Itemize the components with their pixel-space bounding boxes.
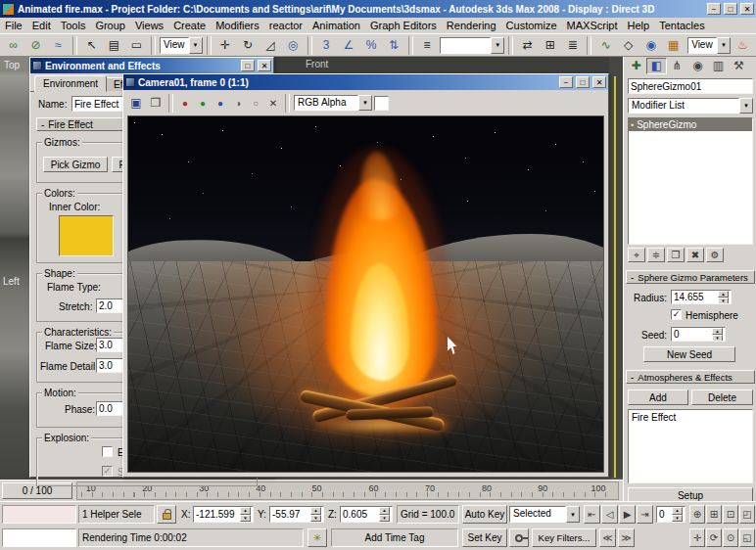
menu-graph-editors[interactable]: Graph Editors	[365, 19, 442, 32]
menu-create[interactable]: Create	[168, 19, 211, 32]
new-seed-button[interactable]: New Seed	[643, 346, 735, 362]
hierarchy-tab-icon[interactable]: ⋔	[667, 58, 687, 73]
select-object-icon[interactable]: ↖	[81, 36, 102, 55]
zoom-all-icon[interactable]: ⊞	[706, 505, 722, 524]
z-spinner[interactable]	[379, 507, 390, 522]
render-setup-icon[interactable]: ▦	[663, 36, 684, 55]
title-bar[interactable]: Animated fire.max - Project Folder: C:\D…	[0, 0, 756, 18]
dialog-close-button[interactable]: ✕	[258, 60, 271, 71]
effects-list[interactable]: Fire Effect	[628, 409, 753, 483]
select-by-name-icon[interactable]: ▤	[104, 36, 124, 55]
spinner-snap-icon[interactable]: ⇅	[384, 36, 404, 55]
quick-render-icon[interactable]: ♨	[732, 36, 753, 55]
y-spinner[interactable]	[310, 507, 321, 522]
set-key-mode-button[interactable]: Set Key	[462, 528, 507, 547]
maximize-button[interactable]: □	[724, 3, 737, 15]
menu-customize[interactable]: Customize	[501, 19, 562, 32]
set-keys-button[interactable]	[509, 528, 529, 547]
named-selection-sets-combo[interactable]	[440, 37, 505, 54]
dropdown-arrow-icon[interactable]	[491, 37, 504, 54]
bind-to-spacewarp-icon[interactable]: ≈	[48, 36, 69, 55]
mirror-icon[interactable]: ⇄	[517, 36, 538, 55]
menu-animation[interactable]: Animation	[307, 19, 365, 32]
arc-rotate-icon[interactable]: ⟳	[706, 528, 722, 547]
dialog-maximize-button[interactable]: □	[241, 60, 255, 71]
previous-frame-icon[interactable]: ◁	[601, 505, 618, 524]
menu-maxscript[interactable]: MAXScript	[562, 19, 623, 32]
green-channel-icon[interactable]: ●	[195, 95, 211, 112]
explosion-checkbox[interactable]	[102, 446, 113, 457]
monochrome-channel-icon[interactable]: ◑	[230, 95, 246, 112]
select-and-link-icon[interactable]: ∞	[3, 36, 24, 55]
radius-field[interactable]: 14.655	[671, 290, 732, 304]
effects-list-item[interactable]: Fire Effect	[629, 410, 752, 425]
zoom-icon[interactable]: ⊕	[689, 505, 705, 524]
current-frame-field[interactable]: 0	[656, 506, 685, 523]
curve-editor-icon[interactable]: ∿	[595, 36, 616, 55]
add-time-tag[interactable]: Add Time Tag	[331, 528, 458, 547]
object-name-field[interactable]: SphereGizmo01	[628, 78, 753, 94]
previous-key-icon[interactable]: ≪	[599, 528, 616, 547]
menu-views[interactable]: Views	[130, 19, 168, 32]
select-and-move-icon[interactable]: ✛	[215, 36, 236, 55]
communication-center-icon[interactable]: ✳	[307, 528, 327, 547]
angle-snap-icon[interactable]: ∠	[339, 36, 359, 55]
go-to-end-icon[interactable]: ⇥	[637, 505, 653, 524]
maximize-viewport-toggle-icon[interactable]: ◱	[739, 528, 755, 547]
z-coordinate-field[interactable]: 0.605	[340, 506, 393, 523]
x-spinner[interactable]	[240, 507, 251, 522]
modifier-list-combo[interactable]: Modifier List	[628, 98, 753, 114]
environment-dialog-titlebar[interactable]: Environment and Effects □ ✕	[30, 58, 273, 73]
modifier-stack-list[interactable]: • SphereGizmo	[628, 117, 753, 245]
menu-help[interactable]: Help	[623, 19, 655, 32]
pin-stack-icon[interactable]: ⌖	[628, 248, 645, 262]
alpha-channel-icon[interactable]: ○	[248, 95, 263, 112]
render-close-button[interactable]: ✕	[592, 76, 606, 88]
save-bitmap-icon[interactable]: ▣	[127, 95, 145, 112]
rectangular-selection-region-icon[interactable]: ▭	[126, 36, 147, 55]
red-channel-icon[interactable]: ●	[177, 95, 193, 112]
go-to-start-icon[interactable]: ⇤	[584, 505, 600, 524]
tab-environment[interactable]: Environment	[34, 75, 107, 92]
schematic-view-icon[interactable]: ◇	[618, 36, 638, 55]
radius-spinner[interactable]	[718, 291, 729, 303]
menu-group[interactable]: Group	[90, 19, 130, 32]
sphere-gizmo-rollout-header[interactable]: - Sphere Gizmo Parameters	[626, 270, 755, 284]
menu-tentacles[interactable]: Tentacles	[654, 19, 709, 32]
pick-gizmo-button[interactable]: Pick Gizmo	[43, 157, 108, 172]
create-tab-icon[interactable]: ✚	[626, 58, 646, 73]
frame-spinner[interactable]	[672, 507, 683, 522]
display-tab-icon[interactable]: ▥	[708, 58, 729, 73]
motion-tab-icon[interactable]: ◉	[687, 58, 708, 73]
selection-filter-combo[interactable]: View	[160, 37, 203, 54]
percent-snap-icon[interactable]: %	[361, 36, 382, 55]
align-icon[interactable]: ⊞	[540, 36, 560, 55]
next-key-icon[interactable]: ≫	[618, 528, 635, 547]
configure-modifier-sets-icon[interactable]: ⚙	[706, 248, 724, 262]
smoke-checkbox[interactable]: ✓	[102, 466, 113, 477]
maxscript-mini-listener-bottom[interactable]	[2, 528, 76, 547]
inner-color-swatch[interactable]	[59, 215, 114, 256]
dropdown-arrow-icon[interactable]	[358, 95, 372, 111]
background-color-swatch[interactable]	[374, 96, 389, 111]
seed-spinner[interactable]	[712, 328, 723, 341]
material-editor-icon[interactable]: ◉	[640, 36, 661, 55]
select-and-rotate-icon[interactable]: ↻	[238, 36, 259, 55]
show-end-result-icon[interactable]: ≑	[647, 248, 665, 262]
blue-channel-icon[interactable]: ●	[213, 95, 228, 112]
zoom-extents-icon[interactable]: ⊡	[723, 505, 738, 524]
menu-modifiers[interactable]: Modifiers	[211, 19, 264, 32]
close-button[interactable]: ✕	[740, 3, 754, 15]
layer-manager-icon[interactable]: ≣	[562, 36, 583, 55]
menu-reactor[interactable]: reactor	[264, 19, 307, 32]
key-mode-combo[interactable]: Selected	[509, 506, 580, 523]
play-animation-icon[interactable]: ▶	[619, 505, 636, 524]
viewport-right-strip[interactable]	[609, 57, 623, 480]
x-coordinate-field[interactable]: -121.599	[193, 506, 254, 523]
hemisphere-checkbox[interactable]: ✓	[671, 309, 682, 320]
unlink-selection-icon[interactable]: ⊘	[25, 36, 46, 55]
render-view-combo[interactable]: View	[687, 37, 731, 54]
modifier-enabled-icon[interactable]: •	[631, 120, 634, 130]
dropdown-arrow-icon[interactable]	[566, 506, 580, 523]
delete-effect-button[interactable]: Delete	[691, 390, 753, 405]
